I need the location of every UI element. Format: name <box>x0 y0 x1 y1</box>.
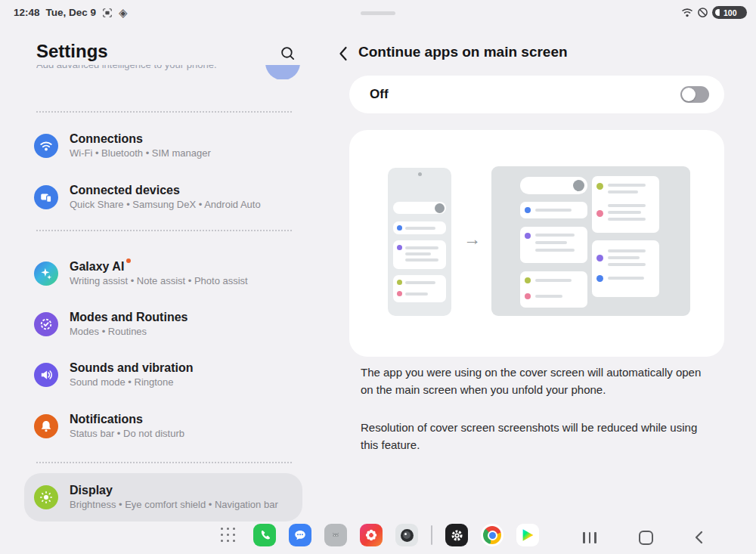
banner-text: Add advanced intelligence to your phone. <box>36 65 302 70</box>
dot <box>397 245 402 250</box>
line <box>535 295 562 298</box>
item-subtitle: Wi-Fi • Bluetooth • SIM manager <box>70 148 211 159</box>
new-badge <box>126 258 131 263</box>
line <box>608 249 646 252</box>
dot <box>573 180 584 191</box>
dot <box>435 203 445 213</box>
sidebar-item-modes-routines[interactable]: Modes and Routines Modes • Routines <box>24 304 302 345</box>
cover-screen-graphic <box>388 168 451 316</box>
item-label: Connected devices <box>70 184 261 197</box>
search-pill-graphic <box>393 202 446 214</box>
item-subtitle: Brightness • Eye comfort shield • Naviga… <box>70 500 278 511</box>
line <box>608 184 646 187</box>
line <box>405 246 438 249</box>
line <box>535 209 572 212</box>
messages-app-icon[interactable] <box>289 524 311 546</box>
item-subtitle: Quick Share • Samsung DeX • Android Auto <box>70 200 261 211</box>
dotted-divider <box>36 230 292 231</box>
toggle-label: Off <box>370 87 389 102</box>
camera-app-icon[interactable] <box>395 524 418 546</box>
item-label: Galaxy AI <box>70 260 124 273</box>
taskbar-divider <box>431 525 432 545</box>
line <box>405 292 428 296</box>
chrome-app-icon[interactable] <box>481 524 503 546</box>
notification-card-graphic <box>393 221 446 234</box>
dot <box>397 291 402 296</box>
sidebar-item-connections[interactable]: Connections Wi-Fi • Bluetooth • SIM mana… <box>24 125 302 166</box>
sidebar-item-galaxy-ai[interactable]: Galaxy AI Writing assist • Note assist •… <box>24 253 302 294</box>
devices-icon <box>34 185 58 209</box>
back-nav-button[interactable] <box>694 521 704 554</box>
dotted-divider <box>36 111 292 113</box>
camera-dot-graphic <box>418 172 422 176</box>
dot <box>525 277 531 283</box>
item-subtitle: Writing assist • Note assist • Photo ass… <box>70 276 248 287</box>
sidebar-item-display[interactable]: Display Brightness • Eye comfort shield … <box>24 477 302 518</box>
line <box>405 227 435 230</box>
continue-apps-toggle[interactable] <box>680 86 709 103</box>
dot <box>596 275 603 282</box>
search-icon[interactable] <box>278 44 296 62</box>
item-label: Connections <box>70 132 211 146</box>
line <box>405 252 431 255</box>
recents-button[interactable] <box>583 521 596 554</box>
item-label: Display <box>70 484 278 497</box>
speaker-icon <box>34 363 58 387</box>
notification-card-graphic <box>592 176 659 233</box>
master-switch-row[interactable]: Off <box>349 76 724 113</box>
app-drawer-icon[interactable] <box>221 528 236 543</box>
play-store-app-icon[interactable] <box>516 524 539 546</box>
line <box>405 258 438 262</box>
notification-card-graphic <box>393 240 446 269</box>
line <box>608 256 640 259</box>
sidebar-item-connected-devices[interactable]: Connected devices Quick Share • Samsung … <box>24 177 302 218</box>
notification-card-graphic <box>592 240 659 297</box>
dot <box>596 210 603 217</box>
dot <box>397 280 402 285</box>
dot <box>596 255 603 262</box>
notification-card-graphic <box>520 227 587 263</box>
dot <box>525 207 531 213</box>
scrolled-banner-clip: Add advanced intelligence to your phone. <box>36 65 302 79</box>
settings-app-icon[interactable] <box>445 524 468 546</box>
description-paragraph: The app you were using on the cover scre… <box>361 364 710 398</box>
detail-title: Continue apps on main screen <box>358 44 568 60</box>
line <box>608 218 646 221</box>
avatar[interactable] <box>265 65 300 79</box>
sidebar-item-notifications[interactable]: Notifications Status bar • Do not distur… <box>24 406 302 447</box>
arrow-right-icon: → <box>463 229 481 249</box>
dot <box>525 233 531 239</box>
line <box>608 211 641 214</box>
item-label: Modes and Routines <box>70 311 187 324</box>
taskbar-apps <box>221 524 539 546</box>
search-pill-graphic <box>520 177 587 194</box>
illustration-card: → <box>349 130 724 357</box>
home-button[interactable] <box>639 521 653 554</box>
taskbar <box>0 521 756 554</box>
toggle-knob <box>682 88 696 101</box>
settings-list-pane: Settings Add advanced intelligence to yo… <box>24 0 302 554</box>
item-subtitle: Sound mode • Ringtone <box>70 377 194 388</box>
line <box>608 277 644 280</box>
wifi-icon <box>34 134 58 158</box>
back-button[interactable] <box>335 45 352 62</box>
dotted-divider <box>36 462 292 463</box>
line <box>405 281 435 284</box>
gallery-app-icon[interactable] <box>360 524 383 546</box>
main-screen-graphic <box>491 166 690 316</box>
bell-icon <box>34 414 58 438</box>
item-subtitle: Status bar • Do not disturb <box>70 429 184 440</box>
dot <box>397 225 402 231</box>
phone-app-icon[interactable] <box>253 524 276 546</box>
dot <box>525 293 531 299</box>
android-apk-icon[interactable] <box>324 524 347 546</box>
item-label: Notifications <box>70 413 184 426</box>
detail-pane: Continue apps on main screen Off <box>325 0 756 554</box>
description-paragraph: Resolution of cover screen screenshots w… <box>361 419 710 453</box>
line <box>608 263 646 266</box>
item-label: Sounds and vibration <box>70 361 194 375</box>
item-subtitle: Modes • Routines <box>70 327 187 338</box>
sidebar-item-sounds-vibration[interactable]: Sounds and vibration Sound mode • Ringto… <box>24 354 302 395</box>
sparkle-icon <box>34 262 58 286</box>
line <box>535 249 575 252</box>
